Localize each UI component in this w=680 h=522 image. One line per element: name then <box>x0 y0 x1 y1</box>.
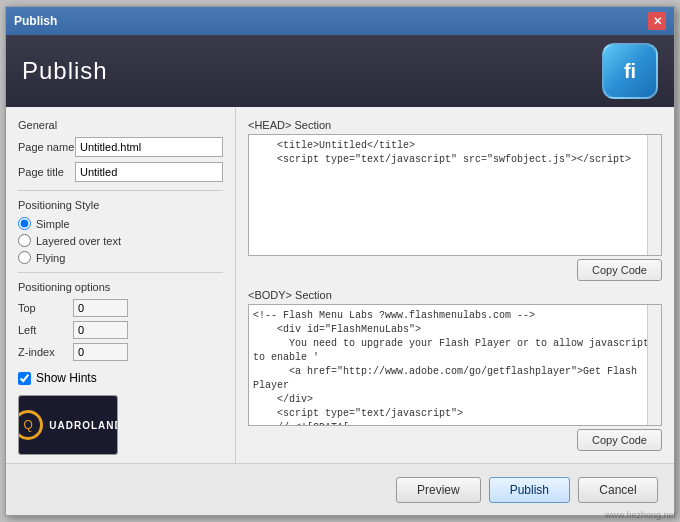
header-title: Publish <box>22 57 108 85</box>
head-code-wrapper: <title>Untitled</title> <script type="te… <box>248 134 662 256</box>
body-code-wrapper: <!-- Flash Menu Labs ?www.flashmenulabs.… <box>248 304 662 426</box>
positioning-options: Top Left Z-index <box>18 299 223 361</box>
positioning-radio-group: Simple Layered over text Flying <box>18 217 223 264</box>
body-section: <BODY> Section <!-- Flash Menu Labs ?www… <box>248 289 662 451</box>
general-section-label: General <box>18 119 223 131</box>
radio-simple-label: Simple <box>36 218 70 230</box>
zindex-label: Z-index <box>18 346 73 358</box>
head-section: <HEAD> Section <title>Untitled</title> <… <box>248 119 662 281</box>
top-row: Top <box>18 299 223 317</box>
page-title-row: Page title <box>18 162 223 182</box>
body-scrollbar[interactable] <box>647 305 661 425</box>
zindex-row: Z-index <box>18 343 223 361</box>
head-section-label: <HEAD> Section <box>248 119 662 131</box>
show-hints-label: Show Hints <box>36 371 97 385</box>
app-logo: fi <box>602 43 658 99</box>
copy-code-body-button[interactable]: Copy Code <box>577 429 662 451</box>
right-panel: <HEAD> Section <title>Untitled</title> <… <box>236 107 674 463</box>
content-area: General Page name Page title Positioning… <box>6 107 674 463</box>
main-window: Publish ✕ Publish fi General Page name P… <box>5 6 675 516</box>
preview-button[interactable]: Preview <box>396 477 481 503</box>
watermark: www.hezhong.net <box>605 510 676 520</box>
radio-layered-label: Layered over text <box>36 235 121 247</box>
body-code-textarea[interactable]: <!-- Flash Menu Labs ?www.flashmenulabs.… <box>249 305 661 425</box>
left-label: Left <box>18 324 73 336</box>
page-title-input[interactable] <box>75 162 223 182</box>
pos-options-section-label: Positioning options <box>18 281 223 293</box>
page-name-label: Page name <box>18 141 75 153</box>
left-panel: General Page name Page title Positioning… <box>6 107 236 463</box>
page-title-label: Page title <box>18 166 75 178</box>
close-button[interactable]: ✕ <box>648 12 666 30</box>
publish-button[interactable]: Publish <box>489 477 570 503</box>
copy-code-head-button[interactable]: Copy Code <box>577 259 662 281</box>
thumbnail-preview: Q UADROLAND <box>18 395 118 455</box>
left-input[interactable] <box>73 321 128 339</box>
thumb-brand-text: UADROLAND <box>49 420 118 431</box>
radio-flying[interactable]: Flying <box>18 251 223 264</box>
radio-layered[interactable]: Layered over text <box>18 234 223 247</box>
top-input[interactable] <box>73 299 128 317</box>
page-name-row: Page name <box>18 137 223 157</box>
zindex-input[interactable] <box>73 343 128 361</box>
positioning-section-label: Positioning Style <box>18 199 223 211</box>
show-hints-row: Show Hints <box>18 371 223 385</box>
head-scrollbar[interactable] <box>647 135 661 255</box>
thumb-icon: Q <box>18 410 43 440</box>
show-hints-checkbox[interactable] <box>18 372 31 385</box>
radio-flying-label: Flying <box>36 252 65 264</box>
cancel-button[interactable]: Cancel <box>578 477 658 503</box>
radio-simple[interactable]: Simple <box>18 217 223 230</box>
left-row: Left <box>18 321 223 339</box>
body-section-label: <BODY> Section <box>248 289 662 301</box>
footer: Preview Publish Cancel www.hezhong.net <box>6 463 674 515</box>
title-bar: Publish ✕ <box>6 7 674 35</box>
page-name-input[interactable] <box>75 137 223 157</box>
window-title: Publish <box>14 14 57 28</box>
divider-1 <box>18 190 223 191</box>
head-code-textarea[interactable]: <title>Untitled</title> <script type="te… <box>249 135 661 255</box>
divider-2 <box>18 272 223 273</box>
top-label: Top <box>18 302 73 314</box>
header-bar: Publish fi <box>6 35 674 107</box>
